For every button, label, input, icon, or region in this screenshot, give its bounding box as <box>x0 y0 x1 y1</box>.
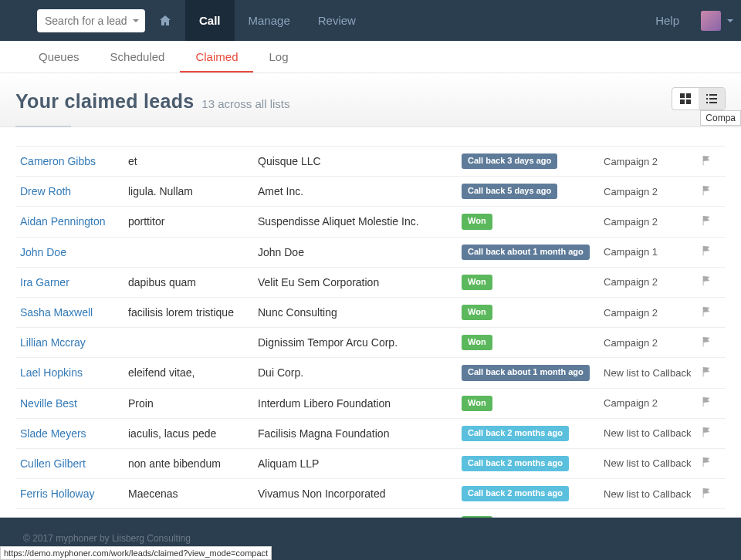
lead-campaign: Campaign 2 <box>604 276 701 288</box>
grid-icon <box>680 93 691 104</box>
lead-company: Interdum Libero Foundation <box>258 397 462 410</box>
status-badge: Call back 2 months ago <box>462 456 569 471</box>
svg-rect-5 <box>709 94 717 96</box>
nav-home[interactable] <box>145 0 185 41</box>
table-row: Cullen Gilbertnon ante bibendumAliquam L… <box>15 449 726 479</box>
status-badge: Won <box>462 275 492 290</box>
lead-campaign: Campaign 2 <box>604 307 701 319</box>
table-row: Ferris HollowayMaecenasVivamus Non Incor… <box>15 479 726 509</box>
lead-campaign: New list to Callback <box>604 427 701 439</box>
table-row: Aidan PenningtonporttitorSuspendisse Ali… <box>15 207 726 237</box>
flag-icon[interactable] <box>701 275 716 288</box>
flag-icon[interactable] <box>701 155 716 168</box>
flag-icon[interactable] <box>701 336 716 349</box>
svg-rect-4 <box>706 94 708 96</box>
svg-rect-8 <box>706 102 708 103</box>
lead-note: facilisis lorem tristique <box>128 306 258 319</box>
page-title: Your claimed leads <box>15 90 194 112</box>
status-badge: Call back 3 days ago <box>462 153 557 169</box>
lead-name-link[interactable]: Sasha Maxwell <box>20 306 128 319</box>
lead-name-link[interactable]: Ferris Holloway <box>20 487 128 500</box>
lead-company: Quisque LLC <box>258 155 462 167</box>
view-mode-toggle <box>672 87 726 110</box>
status-badge: Call back about 1 month ago <box>462 245 590 260</box>
tab-queues[interactable]: Queues <box>23 41 95 73</box>
page-subtitle: 13 across all lists <box>201 97 289 110</box>
flag-icon[interactable] <box>701 306 716 319</box>
home-icon <box>159 15 171 27</box>
table-row: Lillian MccrayDignissim Tempor Arcu Corp… <box>15 328 726 358</box>
lead-name-link[interactable]: Lillian Mccray <box>20 336 128 349</box>
tab-log[interactable]: Log <box>253 41 303 73</box>
subtabs: Queues Scheduled Claimed Log <box>0 41 741 73</box>
header-underline <box>15 126 71 127</box>
lead-company: Dignissim Tempor Arcu Corp. <box>258 336 462 349</box>
lead-campaign: New list to Callback <box>604 488 701 500</box>
lead-company: John Doe <box>258 246 462 258</box>
svg-rect-0 <box>680 93 685 98</box>
flag-icon[interactable] <box>701 366 716 380</box>
nav-manage[interactable]: Manage <box>235 0 304 41</box>
lead-name-link[interactable]: Cullen Gilbert <box>20 457 128 470</box>
user-menu-caret[interactable] <box>727 19 733 22</box>
nav-help[interactable]: Help <box>641 0 693 41</box>
table-row: Slade Meyersiaculis, lacus pedeFacilisis… <box>15 419 726 449</box>
leads-table: Cameron GibbsetQuisque LLCCall back 3 da… <box>0 127 741 560</box>
flag-icon[interactable] <box>701 185 716 198</box>
search-lead[interactable] <box>37 9 145 32</box>
svg-rect-2 <box>680 100 685 104</box>
lead-note: eleifend vitae, <box>128 366 258 379</box>
lead-name-link[interactable]: John Doe <box>20 246 128 258</box>
table-row: Ira Garnerdapibus quamVelit Eu Sem Corpo… <box>15 268 726 298</box>
nav-call[interactable]: Call <box>185 0 235 41</box>
lead-name-link[interactable]: Cameron Gibbs <box>20 155 128 167</box>
flag-icon[interactable] <box>701 215 716 228</box>
lead-name-link[interactable]: Drew Roth <box>20 185 128 197</box>
list-icon <box>706 93 717 104</box>
nav-review[interactable]: Review <box>304 0 370 41</box>
flag-icon[interactable] <box>701 396 716 410</box>
lead-company: Velit Eu Sem Corporation <box>258 276 462 288</box>
lead-name-link[interactable]: Neville Best <box>20 397 128 410</box>
view-grid-button[interactable] <box>672 88 699 110</box>
lead-name-link[interactable]: Lael Hopkins <box>20 366 128 379</box>
lead-company: Vivamus Non Incorporated <box>258 487 462 500</box>
tab-scheduled[interactable]: Scheduled <box>95 41 181 73</box>
table-row: Cameron GibbsetQuisque LLCCall back 3 da… <box>15 146 726 177</box>
lead-name-link[interactable]: Aidan Pennington <box>20 215 128 228</box>
chevron-down-icon <box>133 19 139 22</box>
table-row: Neville BestProinInterdum Libero Foundat… <box>15 389 726 419</box>
lead-campaign: Campaign 2 <box>604 397 701 409</box>
lead-company: Facilisis Magna Foundation <box>258 427 462 440</box>
search-input[interactable] <box>45 15 127 27</box>
svg-rect-6 <box>706 98 708 100</box>
table-row: Drew Rothligula. NullamAmet Inc.Call bac… <box>15 177 726 207</box>
lead-note: Maecenas <box>128 487 258 500</box>
page-header: Your claimed leads 13 across all lists C… <box>0 73 741 127</box>
lead-campaign: Campaign 1 <box>604 246 701 258</box>
flag-icon[interactable] <box>701 427 716 440</box>
lead-campaign: New list to Callback <box>604 367 701 379</box>
lead-company: Nunc Consulting <box>258 306 462 319</box>
lead-campaign: New list to Callback <box>604 457 701 469</box>
lead-campaign: Campaign 2 <box>604 337 701 349</box>
lead-note: et <box>128 155 258 167</box>
flag-icon[interactable] <box>701 457 716 470</box>
status-badge: Won <box>462 214 492 229</box>
table-row: Lael Hopkinseleifend vitae,Dui Corp.Call… <box>15 358 726 388</box>
avatar[interactable] <box>701 11 721 31</box>
lead-note: dapibus quam <box>128 276 258 288</box>
lead-company: Amet Inc. <box>258 185 462 197</box>
lead-name-link[interactable]: Ira Garner <box>20 276 128 288</box>
view-tooltip: Compa <box>700 110 741 126</box>
svg-rect-3 <box>686 100 691 104</box>
flag-icon[interactable] <box>701 487 716 501</box>
status-badge: Won <box>462 396 492 411</box>
top-nav: Call Manage Review Help <box>0 0 741 41</box>
tab-claimed[interactable]: Claimed <box>180 41 253 73</box>
lead-name-link[interactable]: Slade Meyers <box>20 427 128 440</box>
flag-icon[interactable] <box>701 245 716 258</box>
lead-company: Dui Corp. <box>258 366 462 379</box>
view-list-button[interactable] <box>699 88 725 110</box>
status-badge: Call back 2 months ago <box>462 426 569 441</box>
